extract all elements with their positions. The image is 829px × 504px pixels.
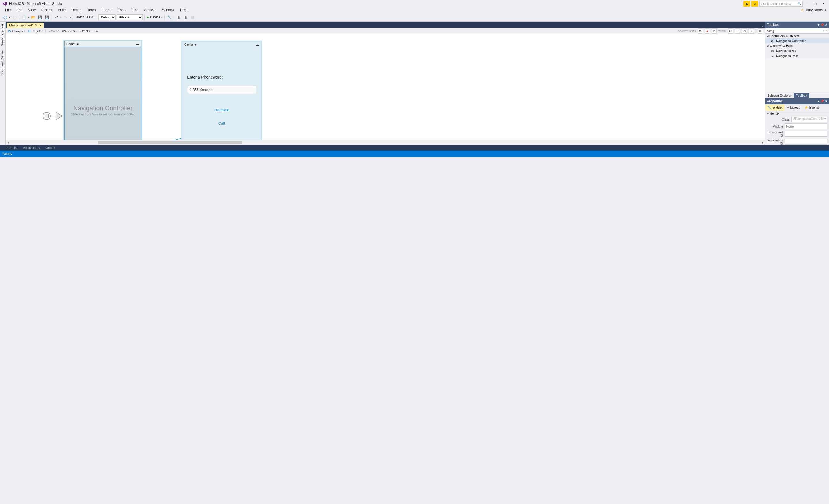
chevron-down-icon[interactable]: ▾	[28, 16, 29, 19]
tab-document-outline[interactable]: Document Outline	[0, 48, 5, 78]
toolbox-item-navigation-controller[interactable]: ◐ Navigation Controller	[765, 38, 829, 43]
constraint-btn-3[interactable]: ▢	[712, 29, 717, 34]
storyboard-id-input[interactable]	[785, 131, 827, 137]
scroll-right-icon[interactable]: ▸	[760, 140, 765, 145]
close-button[interactable]: ✕	[820, 1, 827, 7]
nav-controller-body[interactable]: Navigation Controller Ctrl+drag from her…	[65, 47, 141, 140]
toolbox-section-windows[interactable]: Windows & Bars	[765, 43, 829, 48]
translate-button[interactable]: Translate	[187, 108, 256, 112]
tab-overflow-button[interactable]: ▾	[760, 25, 765, 28]
tab-output[interactable]: Output	[43, 145, 58, 150]
config-select[interactable]: Debug	[99, 14, 116, 20]
zoom-fit-button[interactable]: ⛶	[728, 29, 733, 34]
pin-icon[interactable]: ⦿	[35, 24, 37, 27]
open-button[interactable]: 📂	[30, 14, 36, 20]
toolbox-search[interactable]: navig × ▾	[765, 28, 829, 34]
class-select[interactable]: UINavigationController	[791, 116, 827, 122]
props-tab-layout[interactable]: ≡Layout	[785, 105, 802, 111]
scroll-left-icon[interactable]: ◂	[6, 140, 10, 145]
save-all-button[interactable]: 💾	[44, 14, 50, 20]
undo-button[interactable]: ↶	[53, 14, 59, 20]
size-class-selector[interactable]: WCompact HRegular	[8, 29, 43, 33]
props-section-identity[interactable]: Identity	[765, 111, 829, 116]
menu-tools[interactable]: Tools	[115, 7, 129, 13]
user-name[interactable]: Amy Burns	[806, 8, 823, 12]
zoom-actual-button[interactable]: ▢	[742, 29, 747, 34]
tab-breakpoints[interactable]: Breakpoints	[21, 145, 42, 150]
pin-icon[interactable]: 📌	[820, 23, 824, 27]
storyboard-entry-point[interactable]	[43, 112, 51, 120]
minimize-button[interactable]: ─	[804, 1, 810, 7]
close-tab-icon[interactable]: ✕	[39, 24, 41, 27]
menu-debug[interactable]: Debug	[69, 7, 84, 13]
call-button[interactable]: Call	[187, 121, 256, 125]
phoneword-input[interactable]	[187, 86, 256, 94]
maximize-button[interactable]: ▢	[812, 1, 819, 7]
zoom-out-button[interactable]: −	[735, 29, 740, 34]
chevron-down-icon[interactable]: ▾	[70, 16, 71, 19]
chevron-down-icon[interactable]: ▾	[61, 16, 62, 19]
device-preview-select[interactable]: iPhone 6▾	[62, 29, 77, 33]
tool-button-3[interactable]: ▦	[183, 14, 188, 20]
orientation-icon[interactable]: ▭	[96, 29, 99, 33]
menu-format[interactable]: Format	[99, 7, 115, 13]
toolbox-item-navigation-bar[interactable]: ▭ Navigation Bar	[765, 48, 829, 53]
doc-tab-main-storyboard[interactable]: Main.storyboard* ⦿ ✕	[7, 23, 44, 28]
close-panel-icon[interactable]: ✕	[825, 100, 827, 103]
batch-build-button[interactable]: Batch Build...	[75, 15, 97, 19]
feedback-button[interactable]: ☺	[751, 1, 758, 7]
tool-button-4[interactable]: ▦	[190, 14, 195, 20]
menu-team[interactable]: Team	[84, 7, 99, 13]
phoneword-label[interactable]: Enter a Phoneword:	[187, 75, 256, 79]
view-controller-body[interactable]: Enter a Phoneword: Translate Call	[182, 47, 261, 140]
chevron-down-icon[interactable]: ▾	[826, 30, 828, 32]
panel-menu-icon[interactable]: ▾	[818, 100, 819, 103]
nav-forward-button[interactable]: ◯	[11, 14, 17, 20]
quick-launch-input[interactable]: Quick Launch (Ctrl+Q) 🔍	[759, 1, 802, 7]
run-device-button[interactable]: ▶ Device ▾	[146, 15, 163, 19]
redo-button[interactable]: ↷	[63, 14, 69, 20]
tool-button-1[interactable]: 🔧	[167, 14, 172, 20]
chevron-down-icon[interactable]: ▼	[824, 9, 827, 11]
pin-icon[interactable]: 📌	[820, 100, 824, 103]
restoration-id-input[interactable]	[785, 139, 827, 145]
menu-view[interactable]: View	[25, 7, 39, 13]
menu-help[interactable]: Help	[177, 7, 190, 13]
tab-solution-explorer[interactable]: Solution Explorer	[765, 93, 794, 98]
notifications-button[interactable]	[743, 1, 750, 7]
scene-view-controller[interactable]: Carrier ◉ ▬ Enter a Phoneword: Translate…	[181, 41, 262, 140]
constraint-btn-2[interactable]: ◆	[705, 29, 710, 34]
nav-back-chevron[interactable]: ▾	[9, 16, 10, 19]
panel-toggle-button[interactable]: ▤	[758, 29, 763, 34]
tab-toolbox[interactable]: Toolbox	[794, 93, 809, 98]
menu-analyze[interactable]: Analyze	[141, 7, 159, 13]
module-input[interactable]	[785, 123, 827, 129]
clear-search-icon[interactable]: ×	[822, 29, 825, 33]
toolbox-section-controllers[interactable]: Controllers & Objects	[765, 34, 829, 38]
nav-back-button[interactable]: ◯	[2, 14, 8, 20]
menu-edit[interactable]: Edit	[13, 7, 25, 13]
tool-button-2[interactable]: ▦	[176, 14, 182, 20]
toolbox-item-navigation-item[interactable]: ◂ Navigation Item	[765, 53, 829, 59]
props-tab-events[interactable]: ⚡Events	[802, 105, 822, 111]
new-project-button[interactable]: 📄	[21, 14, 27, 20]
zoom-in-button[interactable]: +	[749, 29, 754, 34]
scene-navigation-controller[interactable]: Carrier ◉ ▬ Navigation Controller Ctrl+d…	[63, 40, 143, 140]
menu-window[interactable]: Window	[159, 7, 177, 13]
horizontal-scrollbar[interactable]: ◂ ▸	[6, 140, 765, 145]
menu-project[interactable]: Project	[39, 7, 55, 13]
storyboard-canvas[interactable]: Carrier ◉ ▬ Navigation Controller Ctrl+d…	[6, 34, 765, 140]
menu-build[interactable]: Build	[55, 7, 69, 13]
constraint-btn-1[interactable]: ⊞	[698, 29, 703, 34]
panel-menu-icon[interactable]: ▾	[818, 23, 819, 27]
platform-select[interactable]: iPhone	[117, 14, 143, 20]
scroll-thumb[interactable]	[98, 141, 242, 144]
menu-file[interactable]: File	[2, 7, 13, 13]
menu-test[interactable]: Test	[129, 7, 141, 13]
tab-server-explorer[interactable]: Server Explorer	[0, 22, 5, 48]
props-tab-widget[interactable]: 🔧Widget	[765, 105, 785, 111]
close-panel-icon[interactable]: ✕	[825, 23, 827, 27]
tab-error-list[interactable]: Error List	[2, 145, 20, 150]
save-button[interactable]: 💾	[37, 14, 43, 20]
ios-version-select[interactable]: iOS 9.2▾	[80, 29, 93, 33]
